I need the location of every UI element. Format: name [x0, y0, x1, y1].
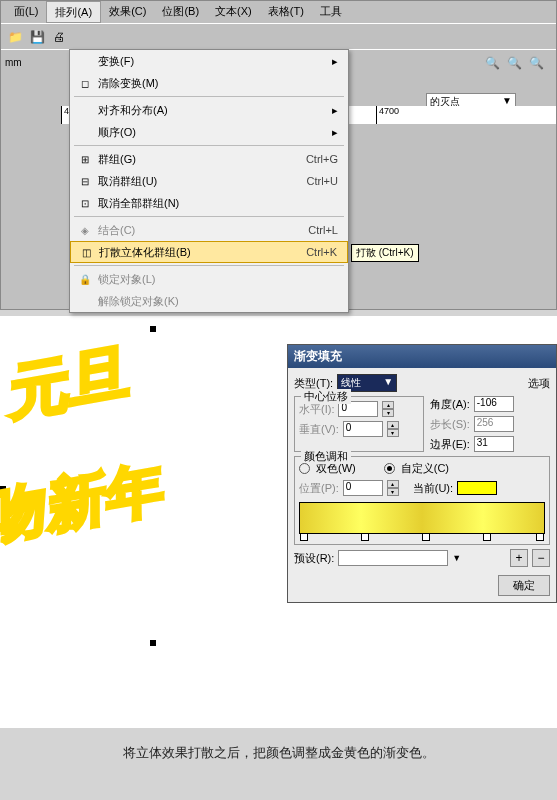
- gradient-stop[interactable]: [536, 533, 544, 541]
- separator: [74, 96, 344, 97]
- gradient-fill-dialog: 渐变填充 类型(T): 线性▼ 选项 中心位移 水平(I): 0 ▴▾ 垂直(V: [287, 344, 557, 603]
- menu-table[interactable]: 表格(T): [260, 1, 312, 23]
- add-preset-button[interactable]: +: [510, 549, 528, 567]
- gradient-stop[interactable]: [422, 533, 430, 541]
- step-input: 256: [474, 416, 514, 432]
- spin-up[interactable]: ▴: [382, 401, 394, 409]
- gradient-stop[interactable]: [361, 533, 369, 541]
- preset-combo[interactable]: [338, 550, 448, 566]
- menu-unlock: 解除锁定对象(K): [70, 290, 348, 312]
- tooltip: 打散 (Ctrl+K): [351, 244, 419, 262]
- zoom-in-icon[interactable]: 🔍: [482, 53, 502, 73]
- menu-ungroup-all[interactable]: ⊡ 取消全部群组(N): [70, 192, 348, 214]
- step-label: 步长(S):: [430, 417, 470, 432]
- caption-text: 将立体效果打散之后，把颜色调整成金黄色的渐变色。: [0, 728, 557, 778]
- angle-label: 角度(A):: [430, 397, 470, 412]
- break-icon: ◫: [77, 243, 95, 261]
- menu-align-distribute[interactable]: 对齐和分布(A) ▸: [70, 99, 348, 121]
- gradient-stop[interactable]: [483, 533, 491, 541]
- editor-area: 元旦 吻新年 渐变填充 类型(T): 线性▼ 选项 中心位移 水平(I): 0 …: [0, 316, 557, 728]
- menu-combine: ◈ 结合(C) Ctrl+L: [70, 219, 348, 241]
- selected-artwork[interactable]: 元旦 吻新年: [0, 326, 290, 646]
- spin-up[interactable]: ▴: [387, 421, 399, 429]
- dialog-title: 渐变填充: [288, 345, 556, 368]
- menu-break-apart-extrude[interactable]: ◫ 打散立体化群组(B) Ctrl+K: [70, 241, 348, 263]
- menu-bitmap[interactable]: 位图(B): [154, 1, 207, 23]
- open-icon[interactable]: 📁: [5, 27, 25, 47]
- two-color-radio[interactable]: [299, 463, 310, 474]
- crop-icon: ◻: [76, 74, 94, 92]
- center-offset-label: 中心位移: [301, 389, 351, 404]
- menubar: 面(L) 排列(A) 效果(C) 位图(B) 文本(X) 表格(T) 工具: [1, 1, 556, 23]
- custom-radio[interactable]: [384, 463, 395, 474]
- ungroup-all-icon: ⊡: [76, 194, 94, 212]
- zoom-out-icon[interactable]: 🔍: [504, 53, 524, 73]
- preset-label: 预设(R):: [294, 551, 334, 566]
- spin-down[interactable]: ▾: [382, 409, 394, 417]
- edge-label: 边界(E):: [430, 437, 470, 452]
- menu-ungroup[interactable]: ⊟ 取消群组(U) Ctrl+U: [70, 170, 348, 192]
- text-line-2: 吻新年: [0, 461, 164, 544]
- current-color-swatch[interactable]: [457, 481, 497, 495]
- coreldraw-window: 面(L) 排列(A) 效果(C) 位图(B) 文本(X) 表格(T) 工具 📁 …: [0, 0, 557, 310]
- text-line-1: 元旦: [10, 345, 130, 420]
- menu-text[interactable]: 文本(X): [207, 1, 260, 23]
- separator: [74, 145, 344, 146]
- group-icon: ⊞: [76, 150, 94, 168]
- arrange-dropdown: 变换(F) ▸ ◻ 清除变换(M) 对齐和分布(A) ▸ 顺序(O) ▸ ⊞ 群…: [69, 49, 349, 313]
- ok-button[interactable]: 确定: [498, 575, 550, 596]
- menu-lock: 🔒 锁定对象(L): [70, 268, 348, 290]
- separator: [74, 265, 344, 266]
- options-label: 选项: [528, 376, 550, 391]
- selection-handle[interactable]: [150, 640, 156, 646]
- menu-effects[interactable]: 效果(C): [101, 1, 154, 23]
- separator: [74, 216, 344, 217]
- gradient-preview[interactable]: [299, 502, 545, 534]
- menu-transform[interactable]: 变换(F) ▸: [70, 50, 348, 72]
- position-input[interactable]: 0: [343, 480, 383, 496]
- current-label: 当前(U):: [413, 481, 453, 496]
- zoom-tools: 🔍 🔍 🔍: [482, 53, 546, 73]
- menu-clear-transform[interactable]: ◻ 清除变换(M): [70, 72, 348, 94]
- menu-order[interactable]: 顺序(O) ▸: [70, 121, 348, 143]
- selection-handle[interactable]: [150, 326, 156, 332]
- menu-surface[interactable]: 面(L): [6, 1, 46, 23]
- vert-label: 垂直(V):: [299, 422, 339, 437]
- print-icon[interactable]: 🖨: [49, 27, 69, 47]
- menu-arrange[interactable]: 排列(A): [46, 1, 101, 23]
- lock-icon: 🔒: [76, 270, 94, 288]
- spin-down[interactable]: ▾: [387, 488, 399, 496]
- remove-preset-button[interactable]: −: [532, 549, 550, 567]
- color-blend-label: 颜色调和: [301, 449, 351, 464]
- spin-up[interactable]: ▴: [387, 480, 399, 488]
- vert-input[interactable]: 0: [343, 421, 383, 437]
- menu-tools[interactable]: 工具: [312, 1, 350, 23]
- combine-icon: ◈: [76, 221, 94, 239]
- position-label: 位置(P):: [299, 481, 339, 496]
- ungroup-icon: ⊟: [76, 172, 94, 190]
- toolbar-main: 📁 💾 🖨: [1, 23, 556, 49]
- edge-input[interactable]: 31: [474, 436, 514, 452]
- zoom-fit-icon[interactable]: 🔍: [526, 53, 546, 73]
- gradient-stop[interactable]: [300, 533, 308, 541]
- custom-label: 自定义(C): [401, 461, 449, 476]
- save-icon[interactable]: 💾: [27, 27, 47, 47]
- angle-input[interactable]: -106: [474, 396, 514, 412]
- spin-down[interactable]: ▾: [387, 429, 399, 437]
- menu-group[interactable]: ⊞ 群组(G) Ctrl+G: [70, 148, 348, 170]
